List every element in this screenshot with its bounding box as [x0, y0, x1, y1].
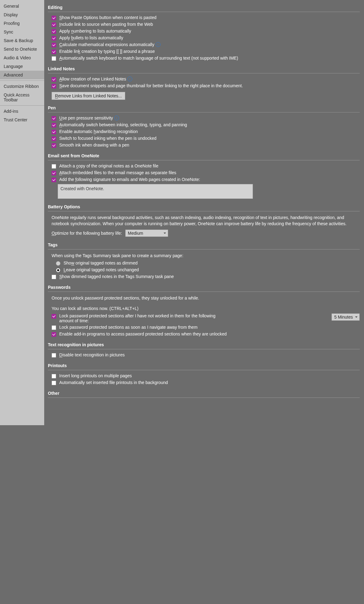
section-title-pen: Pen — [48, 105, 360, 110]
info-icon[interactable]: i — [127, 76, 132, 81]
checkbox[interactable] — [52, 171, 56, 175]
sidebar-item[interactable]: Audio & Video — [0, 53, 44, 62]
option-label: Lock password protected sections as soon… — [59, 325, 198, 330]
option-label: Enable link creation by typing [[ ]] aro… — [59, 49, 155, 54]
email-signature-input[interactable]: Created with OneNote. — [58, 184, 253, 199]
option-label: Automatically set inserted file printout… — [59, 380, 168, 385]
checkbox[interactable] — [52, 22, 56, 27]
option-label: Enable add-in programs to access passwor… — [59, 331, 227, 336]
info-icon[interactable]: i — [114, 116, 119, 120]
option-label: Insert long printouts on multiple pages — [59, 373, 132, 378]
sidebar-item[interactable]: Language — [0, 62, 44, 71]
checkbox[interactable] — [52, 178, 56, 182]
passwords-desc2: You can lock all sections now. (CTRL+ALT… — [52, 305, 360, 312]
option-label: Allow creation of new Linked Notes — [59, 76, 126, 81]
radio[interactable] — [56, 268, 60, 273]
sidebar-item[interactable]: Customize Ribbon — [0, 82, 44, 91]
checkbox[interactable] — [52, 77, 56, 82]
option-label: Disable text recognition in pictures — [59, 352, 125, 357]
checkbox[interactable] — [52, 325, 56, 330]
checkbox[interactable] — [52, 374, 56, 378]
checkbox[interactable] — [52, 314, 56, 319]
section-title-linked: Linked Notes — [48, 66, 360, 71]
sidebar-item[interactable]: General — [0, 2, 44, 10]
option-label: Attach a copy of the original notes as a… — [59, 163, 158, 168]
tags-description: When using the Tags Summary task pane to… — [52, 253, 360, 259]
option-label: Apply numbering to lists automatically — [59, 29, 131, 33]
checkbox[interactable] — [52, 84, 56, 88]
section-title-battery: Battery Options — [48, 204, 360, 209]
option-label: Apply bullets to lists automatically — [59, 35, 123, 40]
battery-optimize-label: Optimize for the following battery life: — [52, 231, 122, 236]
option-label: Calculate mathematical expressions autom… — [59, 42, 154, 47]
battery-life-select[interactable]: Medium — [125, 229, 168, 237]
option-label: Automatically switch between inking, sel… — [59, 122, 187, 127]
section-title-editing: Editing — [48, 5, 360, 10]
checkbox[interactable] — [52, 381, 56, 385]
checkbox[interactable] — [52, 136, 56, 141]
battery-description: OneNote regularly runs several backgroun… — [52, 214, 360, 227]
sidebar-separator — [0, 80, 44, 81]
option-label: Include link to source when pasting from… — [59, 22, 153, 27]
sidebar-item[interactable]: Quick Access Toolbar — [0, 91, 44, 104]
checkbox[interactable] — [52, 332, 56, 337]
option-label: Lock password protected sections after I… — [59, 313, 225, 323]
checkbox[interactable] — [52, 56, 56, 61]
option-label: Show Paste Options button when content i… — [59, 15, 157, 20]
checkbox[interactable] — [52, 164, 56, 169]
sidebar-item[interactable]: Save & Backup — [0, 36, 44, 45]
option-label: Switch to focused inking when the pen is… — [59, 136, 157, 141]
section-title-tags: Tags — [48, 242, 360, 247]
section-title-textrec: Text recognition in pictures — [48, 342, 360, 347]
remove-links-button[interactable]: Remove Links from Linked Notes... — [52, 92, 125, 100]
checkbox[interactable] — [52, 123, 56, 127]
checkbox[interactable] — [52, 143, 56, 148]
sidebar-item[interactable]: Add-ins — [0, 107, 44, 116]
option-label: Automatically switch keyboard to match l… — [59, 56, 238, 61]
section-title-printouts: Printouts — [48, 363, 360, 368]
checkbox[interactable] — [52, 29, 56, 34]
option-label: Show original tagged notes as dimmed — [64, 261, 137, 265]
passwords-desc1: Once you unlock password protected secti… — [52, 295, 360, 301]
radio[interactable] — [56, 261, 60, 266]
sidebar-item[interactable]: Trust Center — [0, 116, 44, 124]
lock-timeout-select[interactable]: 5 Minutes — [331, 313, 360, 321]
sidebar-item[interactable]: Sync — [0, 28, 44, 36]
checkbox[interactable] — [52, 43, 56, 47]
section-title-passwords: Passwords — [48, 285, 360, 290]
sidebar-item[interactable]: Send to OneNote — [0, 45, 44, 53]
sidebar-separator — [0, 105, 44, 106]
option-label: Attach embedded files to the email messa… — [59, 170, 176, 175]
checkbox[interactable] — [52, 36, 56, 41]
sidebar-item[interactable]: Advanced — [0, 71, 44, 79]
checkbox[interactable] — [52, 130, 56, 134]
option-label: Show dimmed tagged notes in the Tags Sum… — [59, 274, 174, 279]
sidebar-item[interactable]: Display — [0, 10, 44, 19]
checkbox[interactable] — [52, 49, 56, 54]
option-label: Add the following signature to emails an… — [59, 177, 200, 182]
section-title-other: Other — [48, 391, 360, 396]
option-label: Use pen pressure sensitivity — [59, 116, 113, 120]
main-panel: Editing Show Paste Options button when c… — [44, 0, 364, 425]
option-label: Enable automatic handwriting recognition — [59, 129, 138, 134]
checkbox[interactable] — [52, 275, 56, 279]
option-label: Smooth ink when drawing with a pen — [59, 143, 129, 147]
checkbox[interactable] — [52, 16, 56, 20]
option-label: Leave original tagged notes unchanged — [64, 267, 139, 272]
checkbox[interactable] — [52, 116, 56, 121]
sidebar-item[interactable]: Proofing — [0, 19, 44, 28]
info-icon[interactable]: i — [156, 42, 161, 47]
checkbox[interactable] — [52, 353, 56, 358]
section-title-email: Email sent from OneNote — [48, 153, 360, 158]
option-label: Save document snippets and page thumbnai… — [59, 83, 243, 88]
sidebar: GeneralDisplayProofingSyncSave & BackupS… — [0, 0, 44, 425]
